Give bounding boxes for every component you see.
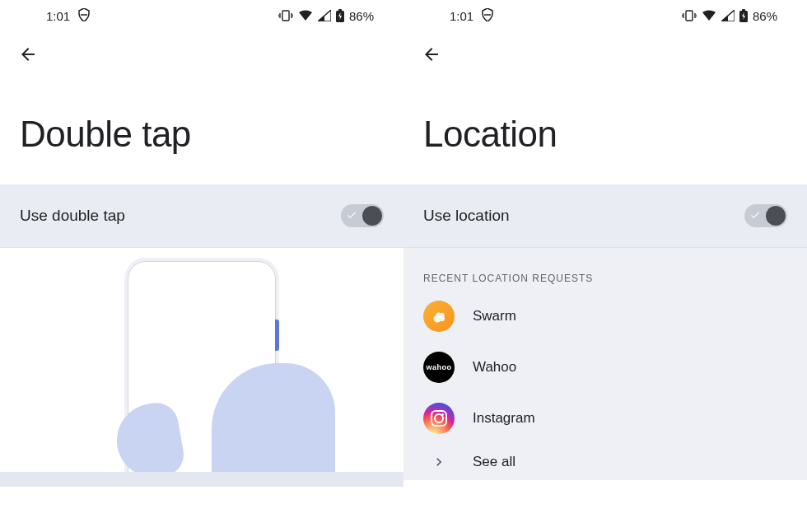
signal-icon bbox=[721, 10, 735, 21]
app-row-instagram[interactable]: Instagram bbox=[404, 393, 807, 444]
svg-rect-9 bbox=[686, 11, 693, 21]
svg-rect-15 bbox=[742, 9, 745, 12]
battery-percent: 86% bbox=[349, 9, 374, 23]
nav-bar bbox=[0, 31, 404, 81]
app-row-swarm[interactable]: Swarm bbox=[404, 291, 807, 342]
see-all-row[interactable]: See all bbox=[404, 444, 807, 480]
hand-illustration bbox=[138, 338, 352, 487]
toggle-row-double-tap[interactable]: Use double tap bbox=[0, 184, 404, 248]
status-bar: 1:01 86% bbox=[0, 0, 404, 31]
app-name: Wahoo bbox=[473, 359, 516, 376]
nav-bar bbox=[404, 31, 807, 81]
status-time: 1:01 bbox=[46, 9, 70, 23]
check-icon bbox=[749, 207, 761, 225]
section-header-recent: RECENT LOCATION REQUESTS bbox=[404, 259, 807, 291]
app-row-wahoo[interactable]: wahoo Wahoo bbox=[404, 342, 807, 393]
wifi-icon bbox=[702, 10, 716, 21]
vibrate-icon bbox=[682, 10, 697, 21]
swarm-icon bbox=[423, 301, 455, 332]
app-name: Swarm bbox=[473, 308, 516, 324]
svg-rect-1 bbox=[282, 11, 289, 21]
location-content: RECENT LOCATION REQUESTS Swarm wahoo Wah… bbox=[404, 248, 807, 480]
back-button[interactable] bbox=[422, 44, 441, 68]
svg-rect-7 bbox=[338, 9, 342, 12]
toggle-row-location[interactable]: Use location bbox=[404, 184, 807, 248]
double-tap-illustration bbox=[0, 248, 404, 487]
see-all-label: See all bbox=[473, 454, 515, 470]
back-button[interactable] bbox=[18, 44, 38, 68]
wahoo-icon: wahoo bbox=[423, 352, 455, 383]
status-bar: 1:01 86% bbox=[404, 0, 807, 31]
chevron-right-icon bbox=[423, 454, 455, 470]
battery-percent: 86% bbox=[753, 9, 777, 23]
battery-icon bbox=[739, 9, 748, 22]
notification-icon bbox=[78, 8, 90, 24]
app-name: Instagram bbox=[473, 410, 535, 427]
battery-icon bbox=[336, 9, 344, 22]
screen-location: 1:01 86% Location Use loca bbox=[404, 0, 807, 532]
switch-knob bbox=[362, 206, 382, 226]
notification-icon bbox=[482, 8, 493, 24]
status-time: 1:01 bbox=[450, 9, 473, 23]
screen-double-tap: 1:01 86% Double tap Use do bbox=[0, 0, 404, 532]
vibrate-icon bbox=[278, 10, 293, 21]
page-title: Double tap bbox=[0, 81, 404, 184]
page-title: Location bbox=[404, 81, 807, 184]
wifi-icon bbox=[298, 10, 313, 21]
switch-double-tap[interactable] bbox=[341, 204, 384, 227]
signal-icon bbox=[318, 10, 331, 21]
toggle-label: Use double tap bbox=[20, 207, 341, 225]
switch-knob bbox=[766, 206, 786, 226]
check-icon bbox=[346, 207, 357, 225]
instagram-icon bbox=[423, 403, 455, 434]
toggle-label: Use location bbox=[423, 207, 744, 225]
switch-location[interactable] bbox=[744, 204, 787, 227]
